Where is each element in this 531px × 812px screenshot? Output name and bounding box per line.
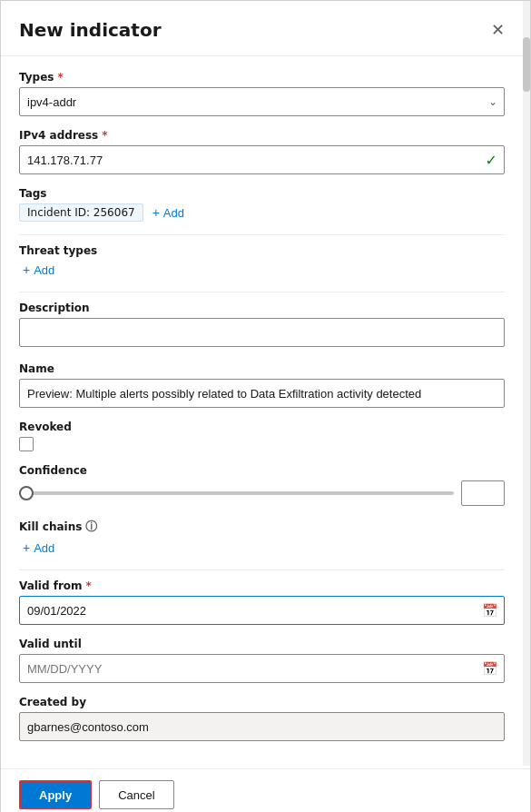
types-select-wrapper: ipv4-addr ipv6-addr domain-name url file… [19,87,505,116]
valid-from-label: Valid from * [19,579,505,592]
name-field-group: Name [19,362,505,408]
ipv4-label: IPv4 address * [19,129,505,142]
calendar-icon[interactable]: 📅 [482,603,497,618]
created-by-input [19,712,505,741]
revoked-checkbox[interactable] [19,437,34,451]
revoked-label: Revoked [19,421,505,433]
plus-icon: + [23,262,30,277]
created-by-field-group: Created by [19,696,505,741]
valid-until-label: Valid until [19,638,505,650]
confidence-label: Confidence [19,464,505,477]
threat-types-section: Threat types + Add [19,244,505,279]
types-select[interactable]: ipv4-addr ipv6-addr domain-name url file [19,87,505,116]
tag-chip: Incident ID: 256067 [19,203,143,222]
calendar-icon-2[interactable]: 📅 [482,661,497,676]
apply-button[interactable]: Apply [19,780,92,809]
close-button[interactable]: ✕ [483,15,512,45]
confidence-slider-thumb[interactable] [19,486,34,500]
plus-icon: + [23,540,30,555]
divider-1 [19,234,505,235]
valid-from-input[interactable] [19,596,505,625]
tags-field-group: Tags Incident ID: 256067 + Add [19,187,505,222]
confidence-value-input[interactable] [461,480,505,506]
created-by-label: Created by [19,696,505,708]
description-input[interactable] [19,318,505,347]
kill-chains-add-button[interactable]: + Add [19,539,58,557]
cancel-button[interactable]: Cancel [99,780,173,809]
valid-until-field-group: Valid until 📅 [19,638,505,683]
valid-from-field-group: Valid from * 📅 [19,579,505,625]
confidence-slider-track[interactable] [19,491,454,495]
tags-label: Tags [19,187,505,200]
ipv4-input-wrapper: ✓ [19,145,505,174]
name-label: Name [19,362,505,375]
scrollbar-track [523,1,530,766]
confidence-slider-wrapper [19,480,505,506]
tags-add-button[interactable]: + Add [149,203,188,222]
description-label: Description [19,302,505,314]
divider-2 [19,292,505,292]
types-label: Types * [19,71,505,84]
tags-container: Incident ID: 256067 + Add [19,203,505,222]
threat-types-label: Threat types [19,244,505,257]
valid-until-input[interactable] [19,654,505,683]
revoked-field-group: Revoked [19,421,505,451]
valid-until-input-wrapper: 📅 [19,654,505,683]
types-field-group: Types * ipv4-addr ipv6-addr domain-name … [19,71,505,116]
kill-chains-field-group: Kill chains ⓘ + Add [19,519,505,557]
kill-chains-container: + Add [19,539,505,557]
ipv4-field-group: IPv4 address * ✓ [19,129,505,174]
kill-chains-label: Kill chains ⓘ [19,519,505,535]
dialog-body: Types * ipv4-addr ipv6-addr domain-name … [1,56,530,768]
confidence-field-group: Confidence [19,464,505,506]
dialog-footer: Apply Cancel [1,768,530,812]
new-indicator-dialog: New indicator ✕ Types * ipv4-addr ipv6-a… [0,0,531,812]
dialog-header: New indicator ✕ [1,1,530,56]
info-icon: ⓘ [85,519,97,535]
name-input[interactable] [19,379,505,408]
threat-types-container: + Add [19,261,505,279]
dialog-title: New indicator [19,19,162,41]
scrollbar-thumb[interactable] [523,37,530,92]
valid-from-input-wrapper: 📅 [19,596,505,625]
revoked-checkbox-wrapper [19,437,505,451]
threat-types-add-button[interactable]: + Add [19,261,58,279]
description-field-group: Description [19,302,505,350]
ipv4-input[interactable] [19,145,505,174]
plus-icon: + [152,205,160,220]
divider-3 [19,569,505,570]
check-icon: ✓ [486,152,497,169]
